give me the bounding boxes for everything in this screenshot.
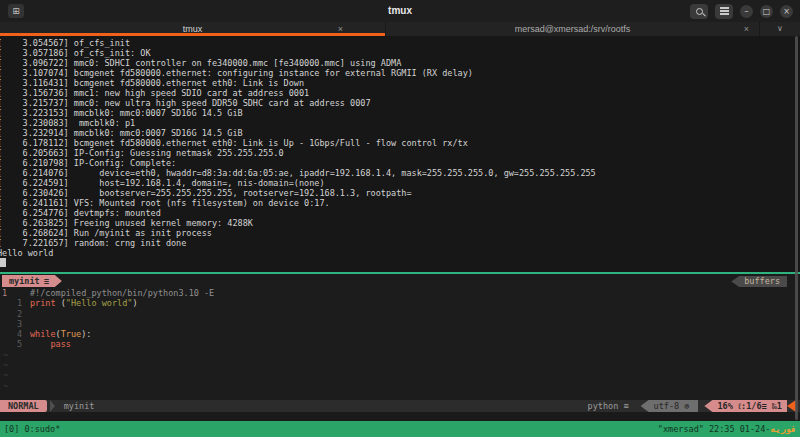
encoding-icon: ⊗ [684, 401, 689, 411]
powerline-arrow-icon [50, 400, 55, 412]
tab-close-icon[interactable]: × [338, 22, 343, 36]
tab-tmux[interactable]: tmux × [0, 22, 386, 36]
vim-mode-badge: NORMAL [0, 400, 47, 412]
maximize-button[interactable]: □ [760, 5, 773, 18]
tab-mersad-rootfs[interactable]: mersad@xmersad:/srv/rootfs × [386, 22, 760, 36]
statusline: NORMAL myinit python ≡ utf-8 ⊗ 16% ℓ:1/6… [0, 400, 800, 412]
window-controls: – □ × [690, 3, 793, 19]
empty-line-tilde: ~ [0, 350, 800, 360]
line-number: 2 [0, 309, 30, 319]
code-text: while(True): [30, 329, 91, 339]
code-line[interactable]: 4while(True): [0, 329, 800, 339]
code-text: pass [30, 339, 71, 349]
buffer-list-icon: ≡ [44, 275, 49, 287]
tab-close-icon[interactable]: × [744, 22, 749, 36]
statusline-filename: myinit [64, 400, 95, 412]
tmux-session-info: "xmersad" 22:35 01-24-فوریه [658, 421, 796, 437]
scrollbar[interactable] [795, 36, 798, 420]
line-number: 3 [0, 319, 30, 329]
tab-label: mersad@xmersad:/srv/rootfs [515, 24, 631, 34]
minimize-button[interactable]: – [740, 5, 753, 18]
empty-line-tilde: ~ [0, 370, 800, 380]
terminal-output: [ 3.054567] of_cfs_init [ 3.057186] of_c… [0, 36, 800, 258]
line-number: 1 [0, 298, 30, 308]
search-button[interactable] [690, 4, 708, 19]
tab-bar: tmux × mersad@xmersad:/srv/rootfs × ∨ [0, 22, 800, 36]
line-number: 1 [0, 288, 30, 298]
terminal-window: ⊞ tmux – □ × tmux × mersad@xmersad:/srv/… [0, 0, 800, 437]
code-line[interactable]: 3 [0, 319, 800, 329]
line-number: 4 [0, 329, 30, 339]
editor-lines: 1#!/compiled_python/bin/python3.10 -E1pr… [0, 288, 800, 391]
line-number: 5 [0, 339, 30, 349]
tab-dropdown-button[interactable]: ∨ [760, 22, 800, 36]
new-tab-button[interactable]: ⊞ [8, 4, 24, 18]
terminal-pane[interactable]: [ 3.054567] of_cfs_init [ 3.057186] of_c… [0, 36, 800, 272]
tmux-month: فوریه [770, 424, 796, 434]
empty-line-tilde: ~ [0, 381, 800, 391]
filetype-label: python [588, 401, 619, 411]
buffers-label: buffers [731, 276, 787, 287]
statusline-filetype: python ≡ [588, 400, 629, 412]
tmux-window-list[interactable]: [0] 0:sudo* [4, 421, 60, 437]
filetype-icon: ≡ [623, 401, 628, 411]
encoding-label: utf-8 [654, 401, 680, 411]
code-line[interactable]: 1#!/compiled_python/bin/python3.10 -E [0, 288, 800, 298]
menu-button[interactable] [715, 4, 733, 19]
close-button[interactable]: × [780, 5, 793, 18]
headerbar: ⊞ tmux – □ × [0, 0, 800, 22]
buffer-tab[interactable]: myinit ≡ [2, 275, 62, 287]
code-line[interactable]: 1print ("Hello world") [0, 298, 800, 308]
editor-pane[interactable]: myinit ≡ buffers 1#!/compiled_python/bin… [0, 274, 800, 400]
code-line[interactable]: 2 [0, 309, 800, 319]
code-text: print ("Hello world") [30, 298, 138, 308]
hamburger-menu-icon [720, 10, 729, 11]
code-line[interactable]: 5 pass [0, 339, 800, 349]
window-title: tmux [0, 0, 800, 22]
empty-line-tilde: ~ [0, 360, 800, 370]
vim-cmdline [0, 412, 800, 421]
statusline-encoding: utf-8 ⊗ [641, 400, 699, 412]
new-tab-icon: ⊞ [12, 6, 20, 16]
statusline-position: 16% ℓ:1/6≡ ‰1 [704, 400, 787, 412]
tmux-host-time: "xmersad" 22:35 01-24- [658, 424, 771, 434]
buffer-tab-label: myinit [9, 275, 40, 287]
code-text: #!/compiled_python/bin/python3.10 -E [30, 288, 214, 298]
terminal-cursor [0, 258, 6, 267]
search-icon [696, 8, 703, 15]
tab-label: tmux [183, 24, 203, 34]
tmux-statusbar: [0] 0:sudo* "xmersad" 22:35 01-24-فوریه [0, 421, 800, 437]
statusline-right: python ≡ utf-8 ⊗ 16% ℓ:1/6≡ ‰1 [588, 400, 800, 412]
